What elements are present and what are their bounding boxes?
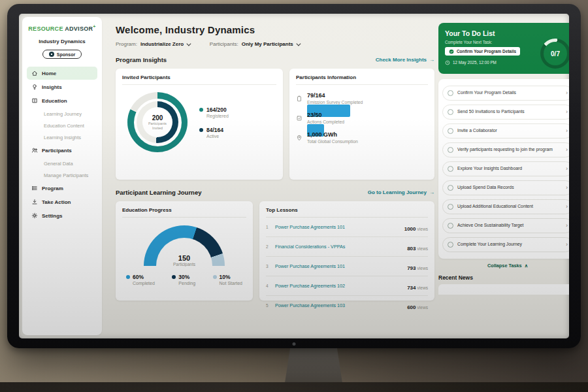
task-row-upload-educational-content[interactable]: Upload Additional Educational Content › [442, 199, 569, 214]
task-checkbox[interactable] [448, 185, 453, 191]
sidebar-item-program[interactable]: Program [27, 182, 97, 195]
donut-center-label: Participants Invited [146, 122, 169, 131]
monitor-bezel: RESOURCE ADVISOR+ Industry Dynamics Spon… [7, 4, 581, 348]
lesson-link[interactable]: Financial Considerations - VPPAs [275, 244, 403, 250]
task-row-sustainability-target[interactable]: Achieve One Sustainability Target › [442, 218, 569, 233]
filter-bar: Program: Industrialize Zero Participants… [116, 41, 437, 47]
info-row-consumption: 1,000 GWh Total Global Consumption [296, 131, 428, 144]
task-checkbox[interactable] [448, 109, 453, 115]
chevron-up-icon: ∧ [525, 263, 528, 269]
app-logo: RESOURCE ADVISOR+ [22, 24, 102, 32]
card-title: Top Lessons [266, 207, 428, 218]
lesson-row: 2 Financial Considerations - VPPAs 803vi… [266, 237, 428, 257]
go-to-learning-journey-link[interactable]: Go to Learning Journey → [368, 189, 434, 195]
sidebar-item-learning-journey[interactable]: Learning Journey [22, 108, 102, 120]
sidebar-item-education-content[interactable]: Education Content [22, 120, 102, 131]
donut-center-value: 200 [152, 114, 163, 122]
participants-select[interactable]: Only My Participants [242, 41, 300, 47]
org-name: Industry Dynamics [22, 39, 102, 44]
collapse-tasks-link[interactable]: Collapse Tasks ∧ [438, 263, 569, 269]
gear-icon [31, 212, 38, 219]
sidebar-item-education[interactable]: Education [27, 94, 97, 107]
task-checkbox[interactable] [448, 128, 453, 134]
chevron-right-icon: › [566, 204, 568, 210]
book-icon [31, 97, 38, 104]
chevron-right-icon: › [566, 90, 568, 96]
list-icon [31, 185, 38, 191]
sidebar-item-participants[interactable]: Participants [27, 144, 97, 157]
participants-filter-label: Participants: [210, 41, 238, 47]
chevron-right-icon: › [566, 185, 568, 191]
chevron-right-icon: › [566, 166, 568, 172]
section-title-learning-journey: Participant Learning Journey [116, 189, 201, 196]
program-select[interactable]: Industrialize Zero [140, 41, 190, 47]
sponsor-label: Sponsor [57, 52, 75, 57]
sidebar-item-general-data[interactable]: General Data [22, 157, 102, 169]
sponsor-icon [49, 52, 54, 57]
lesson-row: 3 Power Purchase Agreements 101 793views [266, 257, 428, 276]
sidebar-item-label: Settings [42, 213, 63, 219]
task-row-complete-learning-journey[interactable]: Complete Your Learning Journey › [442, 237, 569, 252]
card-title: Education Progress [122, 207, 246, 218]
download-icon [31, 199, 38, 205]
recent-news-card [438, 284, 569, 295]
arrow-right-icon: → [429, 189, 434, 195]
legend-dot [199, 128, 203, 132]
lesson-link[interactable]: Power Purchase Agreements 102 [275, 283, 403, 289]
task-checkbox[interactable] [448, 166, 453, 172]
chevron-down-icon [297, 42, 301, 46]
task-list: Confirm Your Program Details › Send 50 I… [438, 79, 569, 259]
sidebar-item-learning-insights[interactable]: Learning Insights [22, 131, 102, 143]
sidebar-item-label: Education [42, 98, 67, 104]
lesson-row: 1 Power Purchase Agreements 101 1000view… [266, 218, 428, 237]
home-icon [31, 70, 38, 76]
lesson-link[interactable]: Power Purchase Agreements 101 [275, 224, 400, 230]
education-progress-card: Education Progress 150 Participants [116, 201, 253, 301]
sidebar-item-manage-participants[interactable]: Manage Participants [22, 169, 102, 181]
sponsor-badge: Sponsor [42, 50, 82, 59]
logo-resource: RESOURCE [28, 25, 63, 32]
sidebar: RESOURCE ADVISOR+ Industry Dynamics Spon… [22, 17, 102, 335]
desk-edge [0, 382, 588, 392]
lesson-link[interactable]: Power Purchase Agreements 103 [275, 302, 403, 308]
background-room: RESOURCE ADVISOR+ Industry Dynamics Spon… [0, 0, 588, 392]
task-row-invite-collaborator[interactable]: Invite a Collaborator › [442, 123, 569, 139]
arrow-right-icon: → [429, 57, 434, 63]
task-checkbox[interactable] [448, 204, 453, 210]
page-title: Welcome, Industry Dynamics [116, 24, 437, 35]
clipboard-icon [296, 93, 302, 105]
chevron-down-icon [187, 42, 191, 46]
task-row-upload-spend-data[interactable]: Upload Spend Data Records › [442, 180, 569, 195]
legend-dot [213, 275, 217, 279]
sidebar-item-insights[interactable]: Insights [27, 80, 97, 93]
lightbulb-icon [31, 84, 38, 90]
sidebar-item-take-action[interactable]: Take Action [27, 195, 97, 208]
todo-title: Your To Do List [445, 29, 569, 37]
next-task-pill[interactable]: Confirm Your Program Details [445, 47, 520, 56]
invited-donut-chart: 200 Participants Invited [127, 92, 188, 152]
power-led [293, 342, 296, 346]
task-checkbox[interactable] [448, 223, 453, 229]
task-row-verify-participants[interactable]: Verify participants requesting to join t… [442, 142, 569, 157]
top-lessons-card: Top Lessons 1 Power Purchase Agreements … [259, 201, 434, 301]
task-row-send-invitations[interactable]: Send 50 Invitations to Participants › [442, 105, 569, 120]
check-more-insights-link[interactable]: Check More Insights → [376, 57, 434, 63]
dashboard-screen: RESOURCE ADVISOR+ Industry Dynamics Spon… [19, 14, 569, 338]
todo-progress-ring: 0/7 [540, 39, 569, 69]
task-row-confirm-details[interactable]: Confirm Your Program Details › [442, 86, 569, 101]
task-checkbox[interactable] [448, 147, 453, 153]
legend-active: 84/164 Active [199, 127, 229, 139]
sidebar-item-settings[interactable]: Settings [27, 209, 97, 222]
sidebar-item-home[interactable]: Home [27, 67, 97, 80]
program-filter-label: Program: [116, 41, 137, 47]
task-row-explore-insights[interactable]: Explore Your Insights Dashboard › [442, 161, 569, 176]
monitor-stand [285, 345, 342, 383]
sidebar-item-label: Take Action [42, 199, 71, 205]
task-checkbox[interactable] [448, 242, 453, 248]
people-icon [31, 147, 38, 154]
lesson-link[interactable]: Power Purchase Agreements 101 [275, 263, 403, 269]
task-checkbox[interactable] [448, 90, 453, 96]
chevron-right-icon: › [566, 109, 568, 115]
legend-dot [172, 275, 176, 279]
chevron-right-icon: › [566, 242, 568, 248]
